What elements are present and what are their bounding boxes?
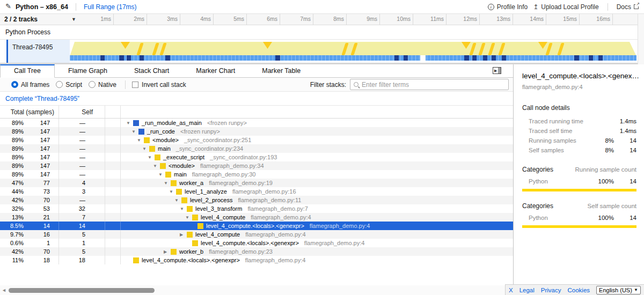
marker-slash-icon[interactable] (341, 43, 348, 55)
upload-profile-button[interactable]: ↥ Upload Local Profile (533, 3, 598, 11)
table-row[interactable]: 13%217▼level_4_computeflamegraph_demo.py… (0, 213, 513, 222)
detail-label: Running samples (522, 137, 591, 144)
tab-marker-chart[interactable]: Marker Chart (182, 64, 248, 77)
cell-self: 7 (59, 213, 105, 222)
marker-triangle-icon[interactable] (538, 42, 547, 49)
table-row[interactable]: 11%1818level_4_compute.<locals>.<genexpr… (0, 256, 513, 264)
cell-spacer (105, 153, 121, 161)
cell-spacer (105, 136, 121, 144)
radio-label[interactable]: Native (98, 81, 116, 88)
cell-spacer (105, 247, 121, 256)
collapse-icon[interactable]: ▼ (126, 121, 133, 126)
language-select[interactable]: English (US) ▼ (596, 286, 641, 294)
collapse-icon[interactable]: ▼ (137, 138, 144, 143)
marker-slash-icon[interactable] (159, 43, 166, 55)
table-row[interactable]: 9.7%165▶level_4_computeflamegraph_demo.p… (0, 230, 513, 239)
table-row[interactable]: 89%147—▼<module>_sync_coordinator.py:251 (0, 136, 513, 144)
sample-strip[interactable] (70, 55, 636, 61)
collapse-icon[interactable]: ▼ (153, 164, 160, 168)
table-row[interactable]: 8.5%1414level_4_compute.<locals>.<genexp… (0, 222, 513, 230)
cell-self: — (59, 127, 105, 136)
table-row[interactable]: 89%147—▼<module>flamegraph_demo.py:34 (0, 161, 513, 170)
table-row[interactable]: 89%147—▼_run_code<frozen runpy> (0, 127, 513, 136)
cell-total-samples: 147 (26, 144, 59, 153)
collapse-icon[interactable]: ▼ (158, 172, 165, 177)
table-row[interactable]: 42%705▶worker_bflamegraph_demo.py:23 (0, 247, 513, 256)
expand-icon[interactable]: ▶ (180, 232, 187, 237)
collapse-icon[interactable]: ▼ (185, 215, 192, 220)
ruler-tick: 11ms (413, 14, 447, 25)
column-header-total[interactable]: Total (samples) (0, 106, 59, 118)
table-row[interactable]: 89%147—▼main_sync_coordinator.py:234 (0, 144, 513, 153)
table-row[interactable]: 47%774▼worker_aflamegraph_demo.py:19 (0, 179, 513, 187)
collapse-icon[interactable]: ▼ (169, 189, 176, 194)
footer-link-cookies[interactable]: Cookies (568, 287, 590, 293)
table-row[interactable]: 42%70—▼level_2_processflamegraph_demo.py… (0, 196, 513, 204)
filter-stacks-input[interactable]: Enter filter terms (350, 79, 509, 90)
scrollbar-thumb[interactable] (9, 288, 155, 293)
timeline-ruler: 1ms2ms3ms4ms5ms6ms7ms8ms9ms10ms11ms12ms1… (80, 14, 613, 25)
marker-slash-icon[interactable] (498, 43, 505, 55)
activity-graph[interactable] (70, 42, 636, 56)
tab-stack-chart[interactable]: Stack Chart (121, 64, 182, 77)
marker-slash-icon[interactable] (557, 43, 564, 55)
profile-info-button[interactable]: i Profile Info (488, 3, 528, 11)
footer-link-legal[interactable]: Legal (519, 287, 535, 293)
edit-profile-name-icon[interactable]: ✎ (5, 2, 11, 10)
cell-self: — (59, 136, 105, 144)
column-header-self[interactable]: Self (59, 106, 105, 118)
invert-call-stack-checkbox[interactable] (132, 82, 138, 88)
table-row[interactable]: 0.6%11level_4_compute.<locals>.<genexpr>… (0, 239, 513, 247)
table-row[interactable]: 44%733▼level_1_analyzeflamegraph_demo.py… (0, 187, 513, 196)
radio-label[interactable]: All frames (21, 81, 49, 88)
thread-track-canvas[interactable] (70, 40, 638, 63)
full-range-button[interactable]: Full Range (17ms) (84, 3, 137, 11)
call-node-details-rows: Traced running time1.4msTraced self time… (522, 116, 636, 155)
expand-icon[interactable]: ▶ (164, 249, 171, 254)
external-link-icon (634, 4, 639, 9)
sidebar-toggle-button[interactable]: ▶ (493, 67, 501, 74)
radio-native[interactable] (89, 81, 96, 88)
radio-label[interactable]: Script (65, 81, 82, 88)
footer-link-x[interactable]: X (509, 287, 513, 293)
marker-slash-icon[interactable] (478, 43, 485, 55)
radio-script[interactable] (56, 81, 63, 88)
marker-slash-icon[interactable] (488, 43, 495, 55)
table-row[interactable]: 89%147—▼_execute_script_sync_coordinator… (0, 153, 513, 161)
marker-slash-icon[interactable] (350, 43, 357, 55)
tab-flame-graph[interactable]: Flame Graph (55, 64, 121, 77)
thread-track-label[interactable]: Thread-78495 (8, 40, 70, 63)
collapse-icon[interactable]: ▼ (174, 198, 181, 203)
marker-triangle-icon[interactable] (121, 42, 130, 49)
collapse-icon[interactable]: ▼ (142, 146, 149, 151)
radio-all-frames[interactable] (11, 81, 18, 88)
marker-slash-icon[interactable] (469, 43, 476, 55)
file-location: flamegraph_demo.py:30 (192, 171, 256, 178)
marker-slash-icon[interactable] (545, 43, 552, 55)
scroll-left-icon[interactable]: ◄ (2, 287, 6, 293)
tab-marker-table[interactable]: Marker Table (248, 64, 314, 77)
table-row[interactable]: 89%147—▼_run_module_as_main<frozen runpy… (0, 119, 513, 127)
marker-slash-icon[interactable] (136, 43, 143, 55)
invert-call-stack-label[interactable]: Invert call stack (142, 81, 186, 88)
marker-triangle-icon[interactable] (462, 42, 471, 49)
collapse-icon[interactable]: ▼ (131, 129, 138, 134)
collapse-icon[interactable]: ▼ (164, 181, 171, 186)
detail-value: 14 (614, 137, 636, 144)
table-row[interactable]: 32%5332▼level_3_transformflamegraph_demo… (0, 204, 513, 213)
tab-call-tree[interactable]: Call Tree (0, 64, 55, 78)
table-row[interactable]: 89%147—▼mainflamegraph_demo.py:30 (0, 170, 513, 179)
breadcrumb-complete-range[interactable]: Complete “Thread-78495” (5, 95, 79, 102)
process-track-header[interactable]: Python Process (0, 25, 638, 40)
collapse-icon[interactable]: ▼ (148, 155, 155, 160)
marker-slash-icon[interactable] (152, 43, 159, 55)
footer-link-privacy[interactable]: Privacy (541, 287, 561, 293)
marker-triangle-icon[interactable] (263, 42, 272, 49)
docs-link[interactable]: Docs (617, 3, 639, 11)
divider (76, 3, 76, 11)
collapse-icon[interactable]: ▼ (180, 206, 187, 211)
tracks-scrollbar[interactable] (638, 14, 644, 64)
tracks-dropdown-button[interactable]: 2 / 2 tracks ▼ (0, 14, 80, 25)
chevron-down-icon: ▼ (634, 287, 638, 292)
detail-label: Self samples (522, 147, 591, 153)
